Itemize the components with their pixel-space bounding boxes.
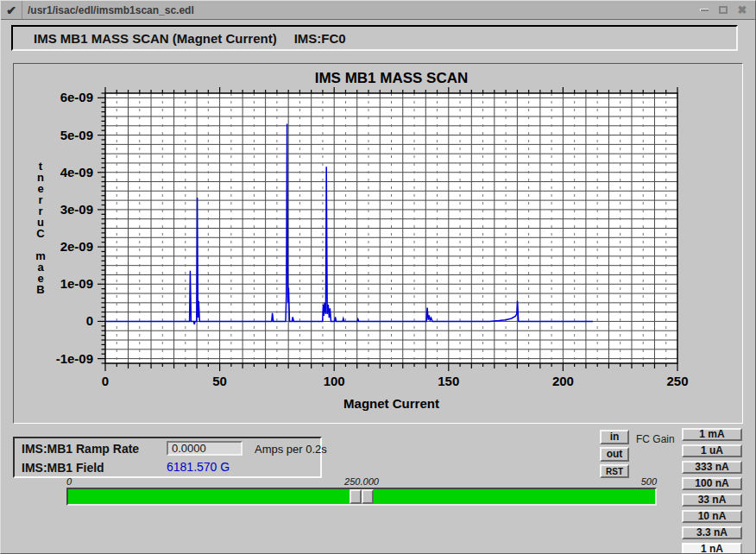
y-tick-label: 2e-09: [60, 239, 93, 254]
magnet-current-slider-track[interactable]: [66, 488, 657, 506]
fc-gain-column: 1 mA 1 uA 333 nA 100 nA 33 nA 10 nA 3.3 …: [682, 428, 742, 554]
titlebar: ✔ /usr1/isac/edl/imsmb1scan_sc.edl ✖: [1, 1, 755, 20]
ramp-rate-units: Amps per 0.2s: [255, 443, 327, 456]
close-button[interactable]: ✖: [736, 4, 748, 16]
x-tick-label: 250: [666, 374, 688, 388]
y-tick-label: 3e-09: [60, 202, 93, 217]
gain-button-333na[interactable]: 333 nA: [682, 461, 742, 474]
y-tick-label: 4e-09: [60, 165, 93, 179]
ramp-rate-label: IMS:MB1 Ramp Rate: [22, 442, 139, 456]
maximize-button[interactable]: [717, 4, 729, 16]
gain-button-33na[interactable]: 33 nA: [682, 494, 742, 507]
gain-button-100na[interactable]: 100 nA: [682, 477, 742, 490]
page-title: IMS MB1 MASS SCAN (Magnet Current): [34, 31, 277, 46]
mass-scan-chart-panel: 6e-095e-094e-093e-092e-091e-090-1e-09050…: [13, 63, 743, 424]
gain-button-1na[interactable]: 1 nA: [682, 543, 742, 554]
window-controls: ✖: [691, 1, 755, 19]
minimize-icon: [700, 9, 709, 11]
maximize-icon: [719, 6, 728, 14]
mass-scan-plot: 6e-095e-094e-093e-092e-091e-090-1e-09050…: [14, 64, 742, 423]
y-axis-title-char: B: [36, 283, 44, 296]
field-label: IMS:MB1 Field: [22, 461, 104, 475]
gain-button-10na[interactable]: 10 nA: [682, 510, 742, 523]
device-name: IMS:FC0: [294, 31, 346, 46]
y-tick-label: 0: [86, 313, 93, 328]
x-axis-title: Magnet Current: [343, 396, 439, 411]
field-value: 6181.570 G: [167, 460, 230, 474]
edm-window: ✔ /usr1/isac/edl/imsmb1scan_sc.edl ✖ IMS…: [0, 0, 756, 554]
window-menu-icon[interactable]: ✔: [1, 1, 22, 19]
x-tick-label: 0: [102, 374, 109, 388]
close-icon: ✖: [738, 4, 747, 16]
fc-out-button[interactable]: out: [600, 447, 629, 462]
slider-thumb-left-half: [350, 489, 362, 504]
x-tick-label: 150: [438, 374, 459, 388]
y-tick-label: 6e-09: [60, 90, 93, 104]
minimize-button[interactable]: [698, 4, 710, 16]
y-tick-label: 1e-09: [60, 276, 93, 291]
x-tick-label: 50: [212, 374, 227, 388]
ramp-panel: IMS:MB1 Ramp Rate Amps per 0.2s IMS:MB1 …: [13, 437, 322, 478]
gain-button-1ma[interactable]: 1 mA: [682, 428, 742, 441]
y-axis-title-char: C: [36, 227, 45, 240]
ramp-rate-input[interactable]: [167, 441, 243, 456]
slider-thumb-right-half: [362, 489, 374, 504]
y-tick-label: 5e-09: [60, 128, 93, 142]
x-tick-label: 100: [324, 374, 345, 388]
y-tick-label: -1e-09: [56, 351, 93, 366]
header-box: IMS MB1 MASS SCAN (Magnet Current) IMS:F…: [11, 25, 738, 51]
gain-button-1ua[interactable]: 1 uA: [682, 444, 742, 457]
x-tick-label: 200: [552, 374, 574, 388]
window-title: /usr1/isac/edl/imsmb1scan_sc.edl: [22, 4, 691, 16]
magnet-current-slider-thumb[interactable]: [350, 489, 374, 504]
chart-title: IMS MB1 MASS SCAN: [315, 70, 469, 86]
fc-gain-label: FC Gain: [636, 433, 675, 445]
gain-button-3.3na[interactable]: 3.3 nA: [682, 526, 742, 539]
fc-in-button[interactable]: in: [600, 430, 629, 444]
slider-max-label: 500: [66, 476, 657, 487]
